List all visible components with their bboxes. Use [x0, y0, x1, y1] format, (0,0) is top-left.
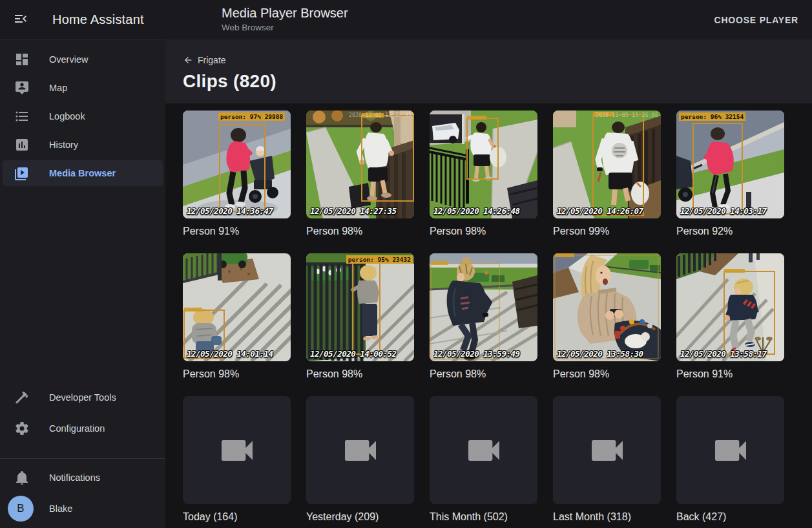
clip-thumbnail[interactable]: 12/05/2020 14:01:14	[183, 253, 291, 361]
clip-card: person: 95% 23432 12/05/2020 14:00:52 Pe…	[306, 253, 414, 381]
folder-thumbnail[interactable]	[306, 396, 414, 504]
clip-timestamp: 12/05/2020 14:03:17	[680, 206, 767, 216]
clip-thumbnail[interactable]: 2020-12-05 15:26:06 12/05/2020 14:26:07	[553, 111, 661, 218]
breadcrumb-back[interactable]: Frigate	[183, 55, 226, 65]
clip-timestamp: 12/05/2020 14:36:47	[187, 206, 273, 216]
sidebar-item-configuration[interactable]: Configuration	[3, 416, 163, 441]
detection-chip	[724, 269, 745, 273]
clip-thumbnail[interactable]: 12/05/2020 13:58:17	[676, 253, 784, 361]
clip-thumbnail[interactable]: 2020-12-05 15:27:35 12/05/2020 14:27:35	[306, 111, 414, 218]
top-app-bar: Home Assistant Media Player Browser Web …	[0, 0, 812, 39]
clip-thumbnail[interactable]: person: 96% 32154 12/05/2020 14:03:17	[676, 111, 784, 218]
clip-card: 2020-12-05 15:26:06 12/05/2020 14:26:07 …	[553, 111, 661, 238]
clip-timestamp: 12/05/2020 14:00:52	[310, 349, 397, 359]
folder-thumbnail[interactable]	[676, 396, 784, 504]
detection-chip	[555, 253, 574, 257]
sidebar-item-map[interactable]: Map	[3, 75, 163, 101]
sidebar-item-label: Logbook	[49, 111, 85, 121]
cog-icon	[14, 421, 30, 436]
clip-thumbnail[interactable]: person: 97% 29988 12/05/2020 14:36:47	[183, 111, 291, 218]
page-title: Clips (820)	[183, 71, 812, 92]
folder-label: Yesterday (209)	[306, 511, 414, 523]
clip-thumbnail[interactable]: 12/05/2020 13:59:49	[430, 253, 537, 361]
camera-snapshot	[676, 111, 784, 218]
detection-chip	[184, 308, 202, 312]
clip-card: 12/05/2020 14:01:14 Person 98%	[183, 253, 291, 381]
folder-card-last-month: Last Month (318)	[553, 396, 661, 523]
sidebar-item-notifications[interactable]: Notifications	[3, 465, 163, 491]
clip-caption: Person 98%	[430, 225, 537, 238]
clip-timestamp: 12/05/2020 14:27:35	[310, 206, 397, 216]
camera-snapshot	[430, 111, 537, 218]
clip-caption: Person 98%	[306, 225, 414, 238]
clip-timestamp: 12/05/2020 14:26:07	[557, 206, 643, 216]
panel-subtitle: Web Browser	[222, 23, 348, 32]
camera-snapshot	[306, 111, 414, 218]
breadcrumb-label: Frigate	[198, 55, 226, 65]
folder-label: Today (164)	[183, 511, 291, 523]
folder-card-today: Today (164)	[183, 396, 291, 523]
choose-player-button[interactable]: CHOOSE PLAYER	[714, 0, 798, 39]
camera-snapshot	[553, 253, 661, 361]
clip-timestamp: 12/05/2020 13:59:49	[433, 349, 520, 359]
media-browser-panel: Frigate Clips (820)	[165, 39, 812, 528]
clip-caption: Person 91%	[183, 225, 291, 238]
sidebar-item-logbook[interactable]: Logbook	[3, 103, 163, 129]
folder-thumbnail[interactable]	[183, 396, 291, 504]
folder-card-back: Back (427)	[676, 396, 784, 523]
video-icon	[710, 430, 751, 471]
hammer-icon	[14, 390, 30, 405]
sidebar-item-overview[interactable]: Overview	[3, 47, 163, 72]
clip-timestamp: 12/05/2020 13:58:30	[557, 349, 643, 359]
folder-card-this-month: This Month (502)	[430, 396, 537, 523]
sidebar-item-developer-tools[interactable]: Developer Tools	[3, 385, 163, 410]
sidebar-item-label: Overview	[49, 54, 88, 65]
sidebar-divider	[0, 458, 165, 459]
video-icon	[216, 430, 258, 471]
sidebar-spacer	[0, 189, 165, 382]
sidebar-item-label: Media Browser	[49, 168, 116, 178]
camera-snapshot	[183, 111, 291, 218]
folder-thumbnail[interactable]	[553, 396, 661, 504]
clip-caption: Person 98%	[306, 368, 414, 381]
clip-thumbnail[interactable]: person: 95% 23432 12/05/2020 14:00:52	[306, 253, 414, 361]
format-list-bulleted-icon	[14, 109, 30, 124]
clip-thumbnail[interactable]: 12/05/2020 13:58:30	[553, 253, 661, 361]
clip-timestamp: 12/05/2020 14:26:48	[433, 206, 520, 216]
clip-thumbnail[interactable]: 12/05/2020 14:26:48	[430, 111, 537, 218]
clip-caption: Person 91%	[676, 368, 784, 381]
clip-card: 12/05/2020 13:58:30 Person 98%	[553, 253, 661, 381]
view-dashboard-icon	[14, 52, 30, 67]
sidebar-item-label: Configuration	[49, 423, 105, 434]
sidebar-nav: Overview Map Logbook History Media Brows…	[0, 40, 165, 189]
sidebar-item-history[interactable]: History	[3, 132, 163, 158]
arrow-left-icon	[183, 55, 193, 65]
folder-label: Back (427)	[676, 511, 784, 523]
sidebar-item-label: History	[49, 140, 78, 150]
app-title: Home Assistant	[52, 12, 144, 27]
play-box-multiple-icon	[14, 165, 30, 181]
folder-label: Last Month (318)	[553, 511, 661, 523]
folder-thumbnail[interactable]	[430, 396, 537, 504]
panel-header: Media Player Browser Web Browser	[222, 6, 348, 32]
detection-chip	[431, 261, 448, 265]
panel-title: Media Player Browser	[222, 6, 348, 21]
sidebar-item-media-browser[interactable]: Media Browser	[3, 160, 163, 186]
detection-label: person: 95% 23432	[346, 255, 413, 264]
sidebar: Overview Map Logbook History Media Brows…	[0, 39, 165, 528]
avatar: B	[8, 496, 34, 522]
video-icon	[340, 430, 381, 471]
clip-card: 12/05/2020 13:58:17 Person 91%	[676, 253, 784, 381]
clip-caption: Person 98%	[553, 368, 661, 381]
camera-osd-timestamp: 2020-12-05 15:27:35	[349, 112, 411, 118]
sidebar-item-profile[interactable]: B Blake	[3, 493, 163, 524]
profile-name: Blake	[49, 503, 72, 514]
sidebar-toggle-button[interactable]	[5, 5, 36, 36]
camera-snapshot	[553, 111, 661, 218]
clip-card: 12/05/2020 13:59:49 Person 98%	[430, 253, 537, 381]
folder-card-yesterday: Yesterday (209)	[306, 396, 414, 523]
sidebar-item-label: Notifications	[49, 472, 100, 483]
clip-caption: Person 98%	[183, 368, 291, 381]
sidebar-item-label: Map	[49, 83, 67, 93]
video-icon	[463, 430, 505, 471]
